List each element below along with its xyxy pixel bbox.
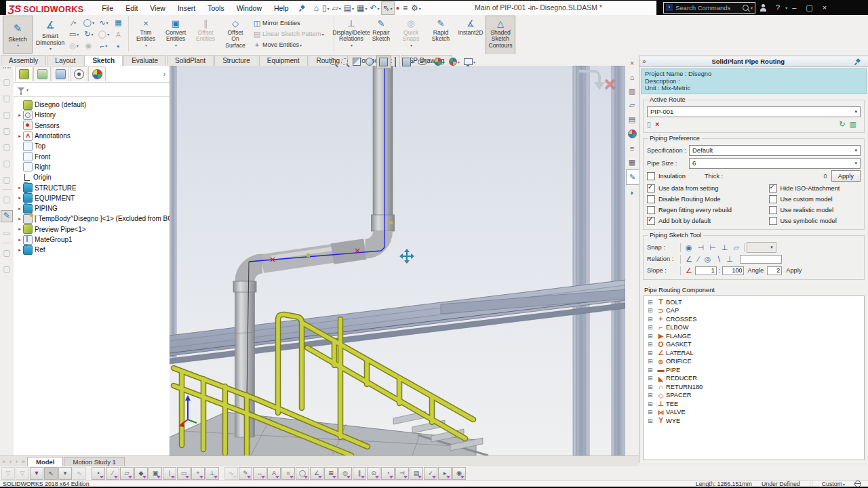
slope-apply-button[interactable]: Apply	[782, 267, 806, 274]
print-icon[interactable]: ▦ ▾	[355, 2, 368, 14]
ribbon-tab[interactable]: Sketch	[84, 55, 123, 66]
expand-icon[interactable]: ⊞	[648, 333, 656, 340]
checkbox[interactable]	[647, 206, 655, 214]
filter-mate-references-icon[interactable]: ▸	[438, 467, 452, 480]
large-design-review-icon[interactable]: ▢	[1, 247, 12, 258]
zoom-area-icon[interactable]	[339, 56, 351, 68]
quick-snaps-button[interactable]: ◎ Quick Snaps ▾	[396, 16, 426, 56]
preference-checkbox-row[interactable]: Use data from setting	[647, 183, 769, 194]
slope-angle-icon[interactable]: ∠	[683, 266, 695, 275]
toolbar-separator[interactable]	[2, 189, 12, 190]
help-button[interactable]: ?	[771, 3, 785, 12]
tree-expand-arrow-icon[interactable]: ▸	[16, 226, 23, 232]
component-row[interactable]: ⊞ + CROSSES	[644, 315, 864, 324]
checkbox[interactable]	[769, 195, 777, 203]
ribbon-tab[interactable]: Layout	[47, 55, 83, 66]
filter-center-marks-icon[interactable]: ⊣	[395, 467, 409, 480]
forum-chat-icon[interactable]: ◗	[626, 185, 638, 199]
filter-annotations-icon[interactable]: A	[267, 467, 281, 480]
filter-section-marks-icon[interactable]: ◔	[381, 467, 395, 480]
tree-expand-arrow-icon[interactable]: ▸	[16, 247, 23, 253]
model-tab[interactable]: Motion Study 1	[64, 457, 124, 467]
tree-expand-arrow-icon[interactable]: ▸	[16, 195, 23, 201]
section-view-icon[interactable]	[351, 56, 363, 68]
edit-component-icon[interactable]: ✎	[1, 210, 13, 222]
filter-routing-points-icon[interactable]: ✓	[424, 467, 437, 480]
new-motion-study-icon[interactable]: ▭	[1, 228, 12, 239]
tree-expand-arrow-icon[interactable]: ▸	[16, 237, 23, 243]
reference-geometry-icon[interactable]: ▢	[1, 194, 12, 205]
refresh-routes-icon[interactable]: ↻	[839, 120, 845, 129]
apply-scene-icon[interactable]: ▾	[447, 56, 462, 68]
component-row[interactable]: ⊞ ⋈ VALVE	[644, 408, 864, 417]
snap-along-x-icon[interactable]: ⊣	[695, 243, 707, 252]
featuremanager-tab[interactable]	[15, 66, 33, 81]
tree-filter-caret-icon[interactable]: ▾	[26, 87, 28, 92]
component-row[interactable]: ⊞ ⊃ CAP	[644, 306, 864, 315]
file-explorer-icon[interactable]: ▱	[626, 98, 638, 113]
menu-item[interactable]: Window	[231, 2, 268, 14]
preference-checkbox-row[interactable]: Hide ISO-Attachment	[769, 183, 861, 194]
active-route-select[interactable]: PIP-001 ▾	[647, 106, 861, 117]
tree-row[interactable]: Sensors	[14, 121, 170, 131]
text-tool-icon[interactable]: A	[111, 28, 126, 40]
menu-item[interactable]: File	[96, 2, 119, 14]
filter-notes-icon[interactable]: ≡	[281, 467, 295, 480]
filter-list-icon[interactable]: ▽	[16, 467, 29, 480]
graphics-area[interactable]	[170, 66, 625, 455]
preference-checkbox-row[interactable]: Add bolt by default	[647, 216, 769, 226]
tree-row[interactable]: ▸ EQUIPMENT	[14, 193, 170, 203]
specification-select[interactable]: Default ▾	[689, 145, 861, 156]
appearances-scenes-icon[interactable]	[626, 127, 638, 141]
snap-along-y-icon[interactable]: ⊢	[707, 243, 719, 252]
expand-icon[interactable]: ⊞	[648, 358, 656, 365]
tree-expand-arrow-icon[interactable]: ▸	[16, 216, 23, 222]
component-row[interactable]: ⊞ ◇ SPACER	[644, 391, 864, 400]
model-tab[interactable]: Model	[27, 457, 63, 467]
insulation-checkbox[interactable]	[647, 172, 655, 180]
component-row[interactable]: ⊞ ▶ FLANGE	[644, 332, 864, 341]
fillet-tool-icon[interactable]: ⌐ ▾	[96, 40, 111, 52]
home-icon[interactable]: ⌂	[313, 2, 321, 14]
configuration-caret-icon[interactable]: ▾	[843, 482, 845, 487]
arc-tool-icon[interactable]: ↻ ▾	[81, 28, 96, 40]
menu-item[interactable]: Edit	[119, 2, 144, 14]
move-component-icon[interactable]: ▢	[1, 142, 12, 152]
preference-checkbox-row[interactable]: Regen fitting every rebuild	[647, 205, 769, 216]
expand-icon[interactable]: ⊞	[648, 350, 656, 357]
login-user-icon[interactable]	[760, 4, 766, 12]
open-icon[interactable]: ▱ ▾	[331, 2, 342, 14]
view-palette-icon[interactable]: ▤	[626, 113, 638, 127]
tab-nav-icon[interactable]: ›	[14, 458, 20, 465]
custom-properties-icon[interactable]: ≡	[626, 141, 638, 155]
slope-ratio-left-input[interactable]	[695, 266, 717, 275]
hide-show-items-icon[interactable]: ▾	[416, 56, 432, 68]
restore-button[interactable]: ▢	[801, 3, 817, 12]
filter-dimensions-icon[interactable]: ↔	[253, 467, 267, 480]
expand-icon[interactable]: ⊞	[648, 316, 656, 323]
expand-icon[interactable]: ⊞	[648, 367, 656, 373]
menu-item[interactable]: View	[144, 2, 172, 14]
filter-sketches-icon[interactable]: ✎	[239, 467, 252, 480]
ribbon-tab[interactable]: Assembly	[1, 55, 46, 66]
route-manager-icon[interactable]: ▥	[850, 120, 856, 129]
expand-icon[interactable]: ⊞	[648, 375, 656, 382]
menu-item[interactable]: Help	[268, 2, 295, 14]
component-row[interactable]: ⊞ O GASKET	[644, 340, 864, 349]
tree-row[interactable]: ▸ STRUCTURE	[14, 182, 170, 192]
rectangle-tool-icon[interactable]: ▭ ▾	[66, 28, 81, 40]
relation-value-input[interactable]	[740, 255, 782, 264]
shaded-sketch-contours-button[interactable]: △ Shaded Sketch Contours	[486, 16, 515, 56]
tree-row[interactable]: Origin	[14, 172, 170, 182]
component-row[interactable]: ⊞ ▬ PIPE	[644, 366, 864, 375]
preference-checkbox-row[interactable]: Use symbolic model	[769, 216, 861, 226]
edit-appearance-icon[interactable]: ▾	[432, 56, 447, 68]
trim-entities-button[interactable]: × Trim Entities ▾	[131, 16, 161, 56]
slope-ratio-right-input[interactable]	[722, 266, 744, 275]
zoom-fit-icon[interactable]	[328, 56, 339, 68]
component-row[interactable]: ⊞ Y WYE	[644, 417, 864, 426]
tree-expand-arrow-icon[interactable]: ▸	[16, 185, 23, 190]
display-delete-relations-button[interactable]: ⊥ Display/Delete Relations ▾	[336, 16, 366, 56]
sketch-button[interactable]: ✎ Sketch ▾	[3, 16, 33, 54]
filter-coordinate-systems-icon[interactable]: ⊥	[205, 467, 219, 480]
